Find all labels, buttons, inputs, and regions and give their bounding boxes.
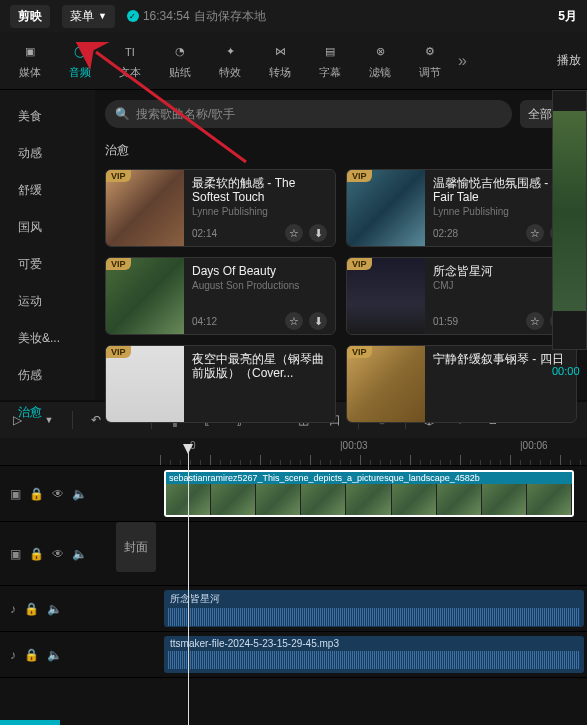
speaker-icon[interactable]: 🔈: [72, 487, 87, 501]
music-card[interactable]: VIP 夜空中最亮的星（钢琴曲前版版）（Cover...: [105, 345, 336, 423]
music-card[interactable]: VIP 最柔软的触感 - The Softest Touch Lynne Pub…: [105, 169, 336, 247]
speaker-icon[interactable]: 🔈: [47, 648, 62, 662]
tool-effect[interactable]: ✦特效: [206, 42, 254, 80]
tool-filter[interactable]: ⊗滤镜: [356, 42, 404, 80]
cover-button[interactable]: 封面: [116, 522, 156, 572]
waveform: [168, 651, 580, 669]
ruler-label: |00:06: [520, 440, 548, 451]
sidebar-item[interactable]: 伤感: [0, 357, 95, 394]
sticker-icon: ◔: [170, 42, 190, 62]
card-title: 宁静舒缓叙事钢琴 - 四日: [433, 352, 568, 366]
duration-label: 04:12: [192, 316, 217, 327]
tool-subtitle[interactable]: ▤字幕: [306, 42, 354, 80]
card-thumbnail: VIP: [106, 258, 184, 335]
favorite-button[interactable]: ☆: [285, 312, 303, 330]
track-head: ♪ 🔒 🔈: [0, 632, 110, 677]
card-body: 夜空中最亮的星（钢琴曲前版版）（Cover...: [184, 346, 335, 422]
card-artist: August Son Productions: [192, 280, 327, 291]
music-card[interactable]: VIP 宁静舒缓叙事钢琴 - 四日: [346, 345, 577, 423]
tool-sticker[interactable]: ◔贴纸: [156, 42, 204, 80]
sidebar-item[interactable]: 美妆&...: [0, 320, 95, 357]
content-panel: 🔍 搜索歌曲名称/歌手 全部 ▾≡ 治愈 VIP 最柔软的触感 - The So…: [95, 90, 587, 400]
tool-adjust[interactable]: ⚙调节: [406, 42, 454, 80]
preview-thumbnail: [553, 111, 586, 311]
card-thumbnail: VIP: [106, 346, 184, 423]
track-body[interactable]: 封面: [110, 522, 587, 585]
audio-track-icon[interactable]: ♪: [10, 602, 16, 616]
app-logo: 剪映: [10, 5, 50, 28]
vip-badge: VIP: [106, 258, 131, 270]
video-track-icon[interactable]: ▣: [10, 547, 21, 561]
video-clip[interactable]: sebastianramirez5267_This_scene_depicts_…: [164, 470, 574, 517]
search-placeholder: 搜索歌曲名称/歌手: [136, 106, 235, 123]
download-button[interactable]: ⬇: [309, 224, 327, 242]
favorite-button[interactable]: ☆: [526, 312, 544, 330]
sidebar-item[interactable]: 国风: [0, 209, 95, 246]
audio-track-icon[interactable]: ♪: [10, 648, 16, 662]
card-footer: 02:14 ☆ ⬇: [192, 224, 327, 242]
undo-button[interactable]: ↶: [87, 411, 105, 429]
lock-icon[interactable]: 🔒: [24, 648, 39, 662]
audio-track-1[interactable]: ♪ 🔒 🔈 所念皆星河: [0, 586, 587, 632]
date-label: 5月: [558, 8, 577, 25]
autosave-text: 自动保存本地: [194, 8, 266, 25]
eye-icon[interactable]: 👁: [52, 487, 64, 501]
top-bar: 剪映 菜单 ▼ ✓ 16:34:54 自动保存本地 5月: [0, 0, 587, 32]
tool-label: 转场: [269, 65, 291, 80]
card-footer: 02:28 ☆ ⬇: [433, 224, 568, 242]
speaker-icon[interactable]: 🔈: [72, 547, 87, 561]
sidebar-item[interactable]: 舒缓: [0, 172, 95, 209]
preview-time: 00:00: [552, 365, 580, 377]
tool-label: 音频: [69, 65, 91, 80]
pointer-tool[interactable]: ▷: [8, 411, 26, 429]
preview-panel: [552, 90, 587, 350]
preview-label: 播放: [547, 52, 581, 69]
music-card[interactable]: VIP Days Of Beauty August Son Production…: [105, 257, 336, 335]
audio-track-2[interactable]: ♪ 🔒 🔈 ttsmaker-file-2024-5-23-15-29-45.m…: [0, 632, 587, 678]
track-body[interactable]: ttsmaker-file-2024-5-23-15-29-45.mp3: [110, 632, 587, 677]
tool-media[interactable]: ▣媒体: [6, 42, 54, 80]
menu-button[interactable]: 菜单 ▼: [62, 5, 115, 28]
favorite-button[interactable]: ☆: [526, 224, 544, 242]
music-card[interactable]: VIP 所念皆星河 CMJ 01:59 ☆ ⬇: [346, 257, 577, 335]
card-title: 所念皆星河: [433, 264, 568, 278]
cover-track[interactable]: ▣ 🔒 👁 🔈 封面: [0, 522, 587, 586]
audio-clip[interactable]: 所念皆星河: [164, 590, 584, 627]
sidebar-item[interactable]: 可爱: [0, 246, 95, 283]
track-body[interactable]: sebastianramirez5267_This_scene_depicts_…: [110, 466, 587, 521]
audio-clip[interactable]: ttsmaker-file-2024-5-23-15-29-45.mp3: [164, 636, 584, 673]
favorite-button[interactable]: ☆: [285, 224, 303, 242]
menu-label: 菜单: [70, 8, 94, 25]
sidebar-item[interactable]: 运动: [0, 283, 95, 320]
sidebar-item[interactable]: 美食: [0, 98, 95, 135]
timeline-ruler[interactable]: 0|00:03|00:06: [0, 438, 587, 466]
media-icon: ▣: [20, 42, 40, 62]
lock-icon[interactable]: 🔒: [24, 602, 39, 616]
card-body: 最柔软的触感 - The Softest Touch Lynne Publish…: [184, 170, 335, 246]
cards-grid: VIP 最柔软的触感 - The Softest Touch Lynne Pub…: [105, 169, 577, 423]
more-tools-button[interactable]: »: [458, 52, 467, 70]
card-thumbnail: VIP: [347, 258, 425, 335]
track-body[interactable]: 所念皆星河: [110, 586, 587, 631]
tool-label: 媒体: [19, 65, 41, 80]
clip-label: 所念皆星河: [164, 590, 584, 606]
tool-audio[interactable]: ◯音频: [56, 42, 104, 80]
speaker-icon[interactable]: 🔈: [47, 602, 62, 616]
tool-transition[interactable]: ⋈转场: [256, 42, 304, 80]
card-footer: 01:59 ☆ ⬇: [433, 312, 568, 330]
search-input[interactable]: 🔍 搜索歌曲名称/歌手: [105, 100, 512, 128]
music-card[interactable]: VIP 温馨愉悦吉他氛围感 - A Fair Tale Lynne Publis…: [346, 169, 577, 247]
playhead[interactable]: [188, 452, 189, 725]
lock-icon[interactable]: 🔒: [29, 487, 44, 501]
sidebar-item[interactable]: 动感: [0, 135, 95, 172]
tool-text[interactable]: TI文本: [106, 42, 154, 80]
chevron-down-icon[interactable]: ▼: [40, 411, 58, 429]
duration-label: 02:28: [433, 228, 458, 239]
download-button[interactable]: ⬇: [309, 312, 327, 330]
tracks-area: ▣ 🔒 👁 🔈 sebastianramirez5267_This_scene_…: [0, 466, 587, 725]
eye-icon[interactable]: 👁: [52, 547, 64, 561]
waveform: [168, 608, 580, 626]
video-track[interactable]: ▣ 🔒 👁 🔈 sebastianramirez5267_This_scene_…: [0, 466, 587, 522]
video-track-icon[interactable]: ▣: [10, 487, 21, 501]
lock-icon[interactable]: 🔒: [29, 547, 44, 561]
